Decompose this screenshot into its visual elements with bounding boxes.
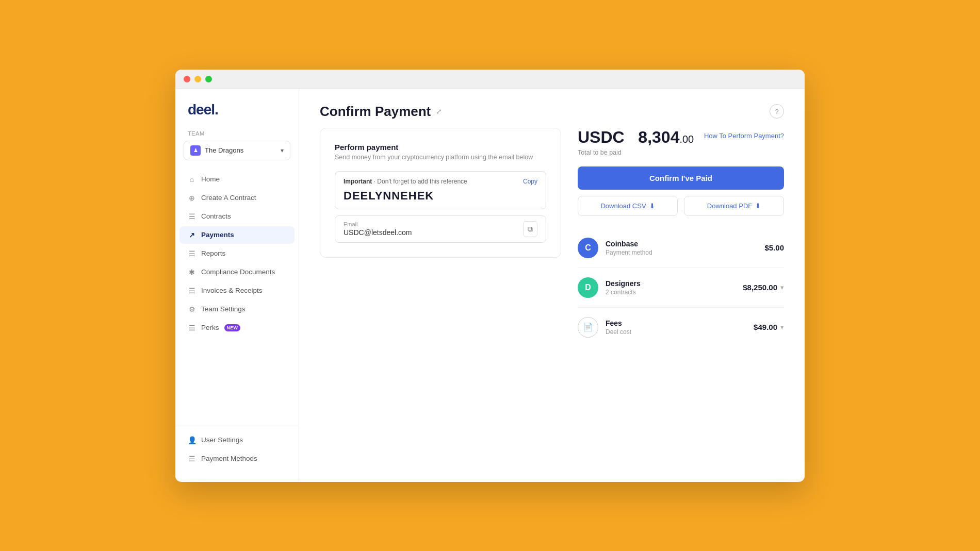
- sidebar-item-payments[interactable]: ↗ Payments: [179, 226, 295, 244]
- amount-row: USDC 8,304.00 How To Perform Payment?: [578, 128, 784, 147]
- logo-area: deel.: [175, 102, 299, 130]
- reference-value: DEELYNNEHEK: [344, 189, 537, 203]
- reference-label: Important · Don't forget to add this ref…: [344, 178, 467, 185]
- amount-currency-label: USDC 8,304.00: [578, 128, 694, 146]
- expand-icon[interactable]: ⤢: [436, 107, 442, 115]
- sidebar-item-label: Payment Methods: [201, 455, 257, 462]
- team-section: Team ♟ The Dragons ▾: [175, 130, 299, 171]
- left-panel: Perform payment Send money from your cry…: [320, 128, 561, 258]
- payment-card-title: Perform payment: [335, 143, 546, 152]
- fees-icon: 📄: [578, 317, 598, 338]
- create-icon: ⊕: [188, 194, 196, 202]
- sidebar-item-compliance[interactable]: ✱ Compliance Documents: [179, 263, 295, 281]
- designers-avatar: D: [578, 277, 598, 298]
- close-dot[interactable]: [184, 76, 190, 82]
- copy-reference-button[interactable]: Copy: [523, 178, 537, 185]
- team-label: Team: [184, 130, 290, 137]
- logo: deel.: [188, 102, 218, 118]
- sidebar-item-label: Team Settings: [201, 305, 246, 313]
- email-info: Email USDC@letsdeel.com: [344, 221, 412, 237]
- download-row: Download CSV ⬇ Download PDF ⬇: [578, 196, 784, 216]
- reference-header: Important · Don't forget to add this ref…: [344, 178, 537, 185]
- total-label: Total to be paid: [578, 149, 784, 156]
- maximize-dot[interactable]: [205, 76, 212, 82]
- sidebar-item-invoices[interactable]: ☰ Invoices & Receipts: [179, 282, 295, 299]
- sidebar-item-label: Payments: [201, 231, 234, 239]
- team-selector[interactable]: ♟ The Dragons ▾: [184, 141, 290, 160]
- download-csv-icon: ⬇: [649, 202, 655, 210]
- page-title-row: Confirm Payment ⤢: [320, 104, 442, 120]
- home-icon: ⌂: [188, 175, 196, 183]
- payment-item-coinbase: C Coinbase Payment method $5.00: [578, 228, 784, 268]
- payment-item-fees[interactable]: 📄 Fees Deel cost $49.00 ▾: [578, 308, 784, 347]
- sidebar-item-perks[interactable]: ☰ Perks NEW: [179, 319, 295, 337]
- team-name: The Dragons: [205, 146, 276, 154]
- reference-label-suffix: · Don't forget to add this reference: [374, 178, 467, 185]
- email-label: Email: [344, 221, 412, 227]
- payment-item-designers[interactable]: D Designers 2 contracts $8,250.00 ▾: [578, 268, 784, 308]
- nav-section: ⌂ Home ⊕ Create A Contract ☰ Contracts ↗…: [175, 171, 299, 421]
- sidebar-item-label: Reports: [201, 249, 225, 257]
- fees-chevron-icon: ▾: [780, 323, 784, 331]
- coinbase-avatar: C: [578, 238, 598, 258]
- sidebar-item-label: Home: [201, 175, 220, 183]
- page-header: Confirm Payment ⤢ ?: [299, 89, 805, 128]
- fees-info: Fees Deel cost: [606, 319, 746, 336]
- designers-info: Designers 2 contracts: [606, 279, 736, 296]
- reports-icon: ☰: [188, 249, 196, 258]
- download-pdf-label: Download PDF: [707, 202, 752, 210]
- fees-name: Fees: [606, 319, 746, 327]
- minimize-dot[interactable]: [194, 76, 201, 82]
- sidebar-item-team-settings[interactable]: ⚙ Team Settings: [179, 300, 295, 318]
- contracts-icon: ☰: [188, 212, 196, 221]
- designers-amount: $8,250.00: [743, 283, 777, 292]
- download-pdf-icon: ⬇: [755, 202, 761, 210]
- sidebar-item-user-settings[interactable]: 👤 User Settings: [179, 431, 295, 449]
- sidebar-item-label: Invoices & Receipts: [201, 287, 263, 294]
- invoices-icon: ☰: [188, 287, 196, 295]
- sidebar: deel. Team ♟ The Dragons ▾ ⌂ Home ⊕ Crea…: [175, 89, 299, 481]
- download-pdf-button[interactable]: Download PDF ⬇: [684, 196, 784, 216]
- help-icon[interactable]: ?: [770, 104, 784, 119]
- download-csv-label: Download CSV: [600, 202, 646, 210]
- coinbase-sub: Payment method: [606, 249, 757, 256]
- right-panel: USDC 8,304.00 How To Perform Payment? To…: [578, 128, 784, 347]
- payments-icon: ↗: [188, 231, 196, 239]
- sidebar-item-create-contract[interactable]: ⊕ Create A Contract: [179, 189, 295, 207]
- compliance-icon: ✱: [188, 268, 196, 276]
- download-csv-button[interactable]: Download CSV ⬇: [578, 196, 678, 216]
- payment-card: Perform payment Send money from your cry…: [320, 128, 561, 258]
- confirm-paid-button[interactable]: Confirm I've Paid: [578, 166, 784, 190]
- designers-amount-row: $8,250.00 ▾: [743, 283, 784, 292]
- browser-chrome: [175, 70, 805, 89]
- chevron-down-icon: ▾: [281, 147, 284, 154]
- sidebar-item-home[interactable]: ⌂ Home: [179, 171, 295, 188]
- sidebar-item-reports[interactable]: ☰ Reports: [179, 245, 295, 262]
- fees-amount: $49.00: [754, 323, 777, 331]
- email-value: USDC@letsdeel.com: [344, 228, 412, 237]
- coinbase-amount-row: $5.00: [764, 243, 784, 252]
- payment-card-subtitle: Send money from your cryptocurrency plat…: [335, 154, 546, 161]
- sidebar-item-label: Create A Contract: [201, 194, 256, 202]
- user-icon: 👤: [188, 436, 196, 444]
- fees-sub: Deel cost: [606, 328, 746, 336]
- payment-methods-icon: ☰: [188, 455, 196, 463]
- sidebar-item-label: Perks: [201, 324, 219, 331]
- designers-name: Designers: [606, 279, 736, 288]
- sidebar-item-payment-methods[interactable]: ☰ Payment Methods: [179, 450, 295, 467]
- sidebar-item-label: Contracts: [201, 212, 231, 220]
- coinbase-amount: $5.00: [764, 243, 784, 252]
- settings-icon: ⚙: [188, 305, 196, 313]
- app-layout: deel. Team ♟ The Dragons ▾ ⌂ Home ⊕ Crea…: [175, 89, 805, 481]
- page-title: Confirm Payment: [320, 104, 431, 120]
- designers-sub: 2 contracts: [606, 289, 736, 296]
- coinbase-info: Coinbase Payment method: [606, 240, 757, 256]
- payment-items: C Coinbase Payment method $5.00 D: [578, 228, 784, 347]
- how-to-link[interactable]: How To Perform Payment?: [704, 128, 784, 140]
- main-content: Confirm Payment ⤢ ? Perform payment Send…: [299, 89, 805, 481]
- reference-box: Important · Don't forget to add this ref…: [335, 171, 546, 209]
- email-box: Email USDC@letsdeel.com ⧉: [335, 215, 546, 243]
- sidebar-item-contracts[interactable]: ☰ Contracts: [179, 208, 295, 225]
- sidebar-item-label: User Settings: [201, 436, 243, 444]
- copy-email-button[interactable]: ⧉: [523, 221, 537, 237]
